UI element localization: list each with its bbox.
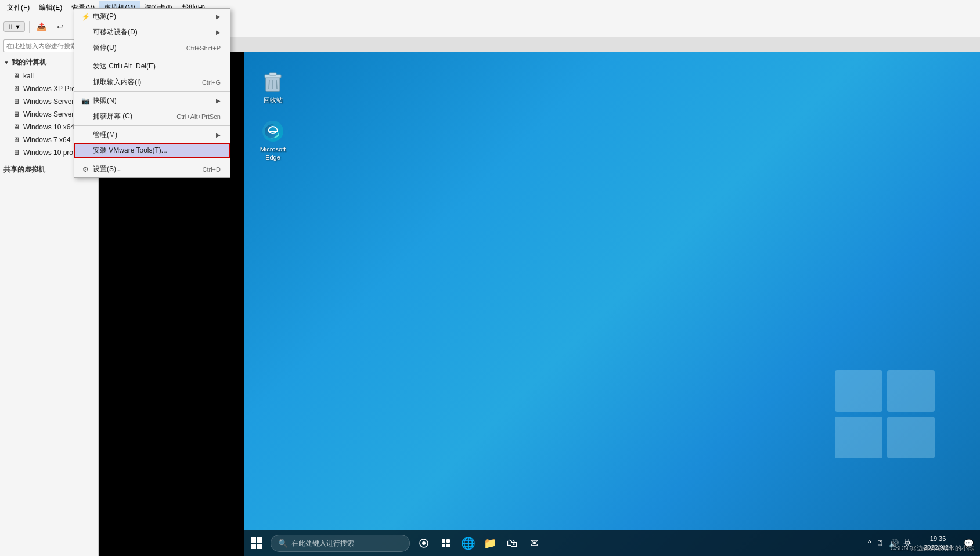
tab-bar: Windows 10 pro ✕ [99, 37, 980, 52]
menu-bar: 文件(F) 编辑(E) 查看(V) 虚拟机(M) 选项卡(I) 帮助(H) ⚡ … [0, 0, 980, 16]
taskbar-start-button[interactable] [246, 533, 267, 554]
send-button[interactable]: 📤 [34, 19, 50, 34]
desktop-icon-edge[interactable]: Microsoft Edge [252, 116, 294, 164]
sidebar-item-label-win7x64: Windows 7 x64 [23, 136, 70, 144]
vm-icon-win10pro: 🖥 [12, 148, 21, 157]
vm-display-area: Windows 10 pro ✕ [99, 37, 980, 556]
vm-menu-pause[interactable]: 暂停(U) Ctrl+Shift+P [74, 40, 230, 56]
taskbar-mail-btn[interactable]: ✉ [524, 533, 545, 554]
svg-rect-12 [257, 537, 262, 543]
sidebar-item-label-win10x64: Windows 10 x64 [23, 123, 74, 131]
power-icon: ⚡ [80, 13, 91, 21]
my-computer-arrow: ▼ [3, 59, 9, 66]
tray-network-icon[interactable]: 🖥 [874, 537, 886, 549]
taskbar-search-icon: 🔍 [278, 539, 288, 548]
vm-icon-server2: 🖥 [12, 110, 21, 119]
svg-rect-19 [442, 544, 445, 547]
vm-menu-capture[interactable]: 捕获屏幕 (C) Ctrl+Alt+PrtScn [74, 109, 230, 124]
taskbar: 🔍 在此处键入进行搜索 [244, 530, 980, 556]
sep [29, 21, 30, 33]
taskbar-explorer-btn[interactable]: 📁 [480, 533, 500, 554]
svg-point-16 [422, 541, 426, 545]
pause-icon: ⏸ [8, 23, 14, 30]
tray-arrow-icon[interactable]: ^ [866, 537, 873, 549]
vm-menu-removable[interactable]: 可移动设备(D) ▶ [74, 24, 230, 40]
taskbar-store-icon: 🛍 [507, 537, 517, 550]
svg-rect-2 [835, 417, 882, 458]
app-window: 文件(F) 编辑(E) 查看(V) 虚拟机(M) 选项卡(I) 帮助(H) ⚡ … [0, 0, 980, 556]
edge-label: Microsoft Edge [260, 145, 286, 162]
svg-rect-13 [251, 544, 256, 549]
removable-submenu-arrow: ▶ [216, 29, 221, 35]
vm-icon-win10x64: 🖥 [12, 122, 21, 132]
shared-vm-label: 共享的虚拟机 [3, 165, 45, 175]
recycle-bin-icon-img [260, 69, 286, 95]
taskbar-explorer-icon: 📁 [484, 537, 496, 550]
snapshot-icon: 📷 [80, 97, 91, 105]
svg-rect-1 [887, 370, 935, 412]
taskbar-edge-icon: 🌐 [461, 536, 475, 550]
task-view-icon [419, 538, 429, 548]
win10-desktop[interactable]: 回收站 [244, 52, 980, 556]
taskbar-search-bar[interactable]: 🔍 在此处键入进行搜索 [271, 535, 410, 552]
svg-rect-3 [887, 417, 935, 458]
sep1 [74, 57, 230, 57]
svg-rect-14 [257, 544, 262, 549]
vm-menu-grab[interactable]: 抓取输入内容(I) Ctrl+G [74, 74, 230, 90]
vm-icon-win7x64: 🖥 [12, 135, 21, 145]
svg-rect-0 [835, 370, 882, 412]
vm-icon-server1: 🖥 [12, 97, 21, 106]
sidebar-item-label-win10pro: Windows 10 pro [23, 149, 73, 157]
svg-rect-17 [442, 539, 445, 543]
snapshot-submenu-arrow: ▶ [216, 98, 221, 104]
edge-icon-img [260, 118, 286, 144]
power-submenu-arrow: ▶ [216, 13, 221, 20]
vm-dropdown-menu: ⚡ 电源(P) ▶ 可移动设备(D) ▶ 暂停(U) Ctrl+Shift+P … [74, 8, 230, 178]
vm-menu-snapshot[interactable]: 📷 快照(N) ▶ [74, 93, 230, 109]
taskbar-task-view-btn[interactable] [413, 533, 434, 554]
vm-menu-install-tools[interactable]: 安装 VMware Tools(T)... [74, 143, 230, 158]
manage-submenu-arrow: ▶ [216, 132, 221, 138]
svg-line-9 [276, 80, 277, 89]
desktop-icon-recycle-bin[interactable]: 回收站 [252, 67, 294, 106]
svg-rect-11 [251, 537, 256, 543]
pause-dropdown-arrow[interactable]: ▼ [15, 23, 21, 30]
vm-icon-kali: 🖥 [12, 71, 21, 81]
watermark: CSDN @边缘拼命划水的小陈 [891, 544, 974, 553]
sep3 [74, 125, 230, 126]
svg-line-7 [269, 80, 269, 89]
power-back-button[interactable]: ↩ [52, 19, 69, 34]
vm-menu-power[interactable]: ⚡ 电源(P) ▶ [74, 9, 230, 24]
sidebar-item-label-kali: kali [23, 72, 34, 80]
vm-menu-cad[interactable]: 发送 Ctrl+Alt+Del(E) [74, 59, 230, 74]
taskbar-search-text: 在此处键入进行搜索 [291, 539, 354, 548]
menu-file[interactable]: 文件(F) [2, 1, 34, 15]
taskbar-widgets-btn[interactable] [435, 533, 456, 554]
taskbar-mail-icon: ✉ [530, 537, 539, 550]
svg-rect-18 [446, 539, 450, 543]
recycle-bin-label: 回收站 [264, 96, 283, 104]
taskbar-time: 19:36 [930, 535, 946, 543]
taskbar-edge-btn[interactable]: 🌐 [457, 533, 478, 554]
pause-button[interactable]: ⏸ ▼ [3, 21, 25, 32]
sidebar-item-label-server1: Windows Server ... [23, 98, 82, 106]
vm-menu-settings[interactable]: ⚙ 设置(S)... Ctrl+D [74, 161, 230, 177]
my-computer-label: 我的计算机 [12, 57, 46, 67]
windows-start-icon [250, 537, 263, 550]
svg-rect-6 [269, 73, 276, 75]
svg-rect-20 [446, 544, 450, 547]
vm-menu-manage[interactable]: 管理(M) ▶ [74, 127, 230, 143]
sep2 [74, 91, 230, 92]
settings-icon: ⚙ [80, 165, 91, 174]
taskbar-store-btn[interactable]: 🛍 [502, 533, 523, 554]
windows-logo-watermark [835, 370, 939, 463]
widgets-icon [441, 538, 451, 548]
sep4 [74, 160, 230, 160]
vm-icon-xp: 🖥 [12, 84, 21, 93]
menu-edit[interactable]: 编辑(E) [34, 1, 67, 15]
